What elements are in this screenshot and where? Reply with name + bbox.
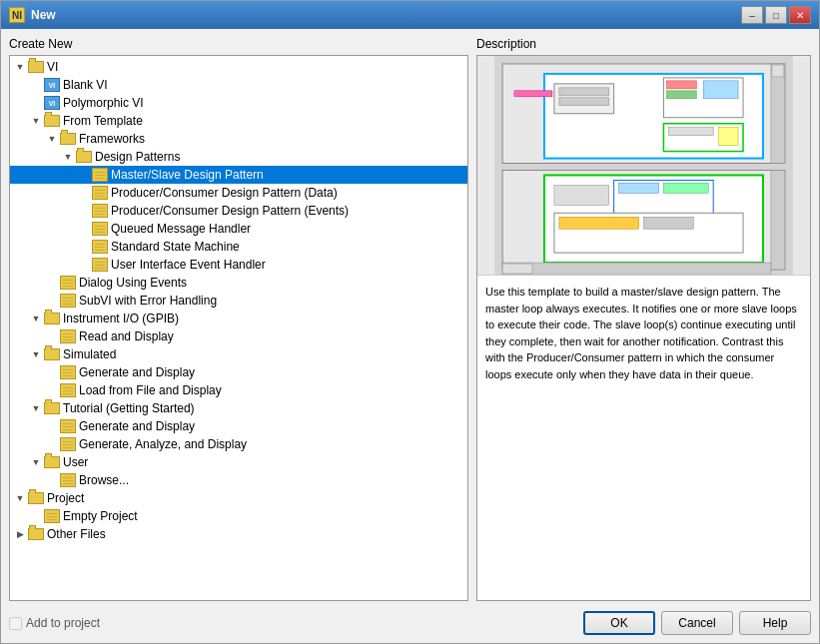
tree-item-label: Project <box>47 491 84 505</box>
tree-item-label: Browse... <box>79 473 129 487</box>
tree-item-master-slave[interactable]: Master/Slave Design Pattern <box>10 166 467 184</box>
svg-rect-3 <box>772 65 784 77</box>
tree-item-label: Generate and Display <box>79 419 195 433</box>
dialog-buttons: OK Cancel Help <box>583 611 811 635</box>
create-new-label: Create New <box>9 37 468 51</box>
window-title: New <box>31 8 56 22</box>
tree-item-label: Blank VI <box>63 78 108 92</box>
title-bar: NI New – □ ✕ <box>1 1 819 29</box>
tree-item-label: User Interface Event Handler <box>111 258 266 272</box>
tree-item-label: Instrument I/O (GPIB) <box>63 312 179 325</box>
add-to-project-row: Add to project <box>9 616 100 630</box>
tree-item-producer-consumer-events[interactable]: Producer/Consumer Design Pattern (Events… <box>10 202 467 220</box>
tree-item-browse[interactable]: Browse... <box>10 471 467 489</box>
tree-item-load-file[interactable]: Load from File and Display <box>10 381 467 399</box>
tree-item-label: Other Files <box>47 527 106 541</box>
svg-rect-29 <box>502 264 532 274</box>
title-buttons: – □ ✕ <box>741 6 811 24</box>
tree-item-subvi-error[interactable]: SubVI with Error Handling <box>10 292 467 310</box>
maximize-button[interactable]: □ <box>765 6 787 24</box>
svg-rect-20 <box>554 185 609 205</box>
tree-item-label: Read and Display <box>79 329 174 343</box>
svg-rect-28 <box>502 263 771 275</box>
tree-item-label: User <box>63 455 88 469</box>
tree-item-label: Frameworks <box>79 132 145 146</box>
tree-item-label: Generate, Analyze, and Display <box>79 437 247 451</box>
tree-item-label: VI <box>47 60 58 74</box>
description-preview <box>477 56 810 276</box>
ok-button[interactable]: OK <box>583 611 655 635</box>
close-button[interactable]: ✕ <box>789 6 811 24</box>
left-panel: Create New ▼ VIVIBlank VIVIPolymorphic V… <box>9 37 468 601</box>
tree-item-label: Producer/Consumer Design Pattern (Data) <box>111 186 338 200</box>
tree-item-dialog-events[interactable]: Dialog Using Events <box>10 274 467 292</box>
tree: ▼ VIVIBlank VIVIPolymorphic VI▼ From Tem… <box>10 56 467 545</box>
tree-item-tutorial[interactable]: ▼ Tutorial (Getting Started) <box>10 399 467 417</box>
tree-item-queued-message[interactable]: Queued Message Handler <box>10 220 467 238</box>
add-to-project-checkbox[interactable] <box>9 617 22 630</box>
svg-rect-12 <box>666 91 696 99</box>
tree-item-vi[interactable]: ▼ VI <box>10 58 467 76</box>
help-button[interactable]: Help <box>739 611 811 635</box>
tree-item-label: Polymorphic VI <box>63 96 144 110</box>
minimize-button[interactable]: – <box>741 6 763 24</box>
tree-item-label: Simulated <box>63 347 116 361</box>
svg-rect-25 <box>559 217 639 229</box>
tree-item-label: Standard State Machine <box>111 240 240 254</box>
tree-item-label: Load from File and Display <box>79 383 222 397</box>
tree-item-label: Tutorial (Getting Started) <box>63 401 195 415</box>
tree-item-producer-consumer-data[interactable]: Producer/Consumer Design Pattern (Data) <box>10 184 467 202</box>
bottom-bar: Add to project OK Cancel Help <box>9 607 811 635</box>
tree-item-label: Empty Project <box>63 509 138 523</box>
new-dialog-window: NI New – □ ✕ Create New ▼ VIVIBlank VIVI… <box>0 0 820 644</box>
tree-item-label: SubVI with Error Handling <box>79 294 217 308</box>
add-to-project-label: Add to project <box>26 616 100 630</box>
tree-container[interactable]: ▼ VIVIBlank VIVIPolymorphic VI▼ From Tem… <box>9 55 468 601</box>
svg-rect-11 <box>666 81 696 89</box>
svg-rect-23 <box>663 183 708 193</box>
window-content: Create New ▼ VIVIBlank VIVIPolymorphic V… <box>1 29 819 643</box>
svg-rect-7 <box>559 98 609 106</box>
svg-rect-6 <box>559 88 609 96</box>
tree-item-label: Design Patterns <box>95 150 180 164</box>
tree-item-label: Queued Message Handler <box>111 222 251 236</box>
svg-rect-17 <box>718 128 738 146</box>
tree-item-project[interactable]: ▼ Project <box>10 489 467 507</box>
window-icon: NI <box>9 7 25 23</box>
tree-item-gen-display2[interactable]: Generate and Display <box>10 417 467 435</box>
svg-rect-27 <box>771 170 785 270</box>
cancel-button[interactable]: Cancel <box>661 611 733 635</box>
svg-rect-22 <box>619 183 659 193</box>
tree-item-gen-analyze-display[interactable]: Generate, Analyze, and Display <box>10 435 467 453</box>
tree-item-label: Dialog Using Events <box>79 276 187 290</box>
tree-item-polymorphic-vi[interactable]: VIPolymorphic VI <box>10 94 467 112</box>
tree-item-label: From Template <box>63 114 143 128</box>
svg-rect-26 <box>644 217 694 229</box>
tree-item-blank-vi[interactable]: VIBlank VI <box>10 76 467 94</box>
main-area: Create New ▼ VIVIBlank VIVIPolymorphic V… <box>9 37 811 601</box>
tree-item-other-files[interactable]: ▶ Other Files <box>10 525 467 543</box>
tree-item-gen-display[interactable]: Generate and Display <box>10 363 467 381</box>
tree-item-simulated[interactable]: ▼ Simulated <box>10 345 467 363</box>
svg-rect-2 <box>771 64 785 164</box>
tree-item-state-machine[interactable]: Standard State Machine <box>10 238 467 256</box>
tree-item-read-display[interactable]: Read and Display <box>10 327 467 345</box>
tree-item-label: Master/Slave Design Pattern <box>111 168 264 182</box>
tree-item-design-patterns[interactable]: ▼ Design Patterns <box>10 148 467 166</box>
svg-rect-13 <box>703 81 738 99</box>
tree-item-ui-event-handler[interactable]: User Interface Event Handler <box>10 256 467 274</box>
description-panel: Use this template to build a master/slav… <box>476 55 811 601</box>
tree-item-from-template[interactable]: ▼ From Template <box>10 112 467 130</box>
tree-item-label: Generate and Display <box>79 365 195 379</box>
svg-rect-16 <box>668 128 713 136</box>
description-label: Description <box>476 37 811 51</box>
description-text: Use this template to build a master/slav… <box>477 276 810 390</box>
tree-item-frameworks[interactable]: ▼ Frameworks <box>10 130 467 148</box>
right-panel: Description <box>476 37 811 601</box>
tree-item-label: Producer/Consumer Design Pattern (Events… <box>111 204 349 218</box>
tree-item-empty-project[interactable]: Empty Project <box>10 507 467 525</box>
tree-item-instrument-io[interactable]: ▼ Instrument I/O (GPIB) <box>10 310 467 327</box>
tree-item-user[interactable]: ▼ User <box>10 453 467 471</box>
